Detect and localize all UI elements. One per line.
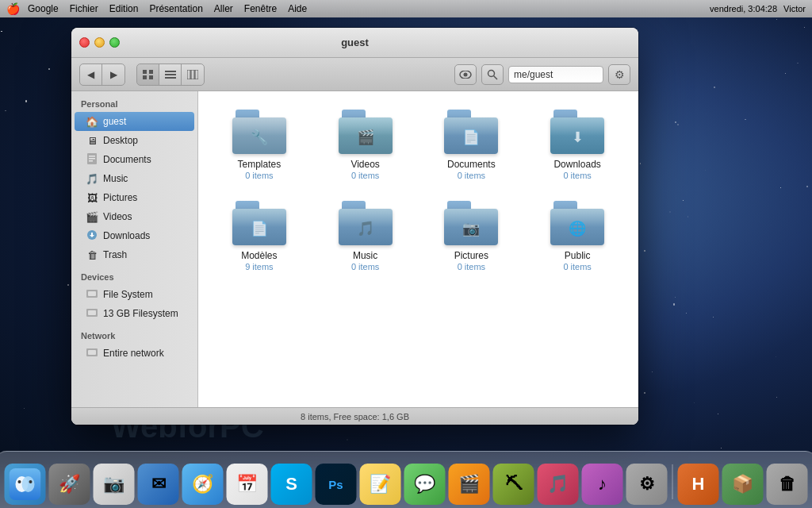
menubar-item-prsentation[interactable]: Présentation	[149, 3, 202, 14]
dock-item-messages[interactable]: 💬	[404, 464, 446, 505]
file-item-documents[interactable]: 📄Documents0 items	[423, 103, 521, 187]
sidebar-item-videos[interactable]: 🎬Videos	[71, 207, 197, 226]
icon-view-button[interactable]	[137, 64, 159, 85]
videos-count: 0 items	[351, 171, 379, 180]
svg-rect-4	[165, 71, 176, 72]
statusbar: 8 items, Free space: 1,6 GB	[71, 407, 638, 425]
sidebar-item-guest[interactable]: 🏠guest	[75, 112, 194, 131]
downloads-label: Downloads	[103, 230, 150, 241]
nav-buttons: ◀ ▶	[79, 64, 125, 86]
dock-item-calendar[interactable]: 📅	[227, 464, 268, 505]
sidebar-item-filesystem[interactable]: File System	[71, 285, 197, 304]
svg-rect-22	[88, 291, 96, 296]
sidebar-item-music[interactable]: 🎵Music	[71, 169, 197, 188]
music-name: Music	[353, 250, 377, 261]
eye-button[interactable]	[454, 64, 477, 85]
gear-button[interactable]: ⚙	[608, 64, 630, 85]
entirenetwork-icon	[86, 347, 98, 360]
filesystem13-label: 13 GB Filesystem	[103, 308, 178, 319]
svg-rect-6	[165, 77, 176, 79]
sidebar-item-pictures[interactable]: 🖼Pictures	[71, 188, 197, 207]
menubar-item-google[interactable]: Google	[28, 3, 59, 14]
pictures-name: Pictures	[454, 250, 488, 261]
public-emblem-icon: 🌐	[569, 220, 586, 237]
dock-item-finder[interactable]	[5, 464, 46, 505]
videos-label: Videos	[103, 211, 132, 222]
dock-item-png[interactable]: 📦	[722, 464, 764, 505]
music-count: 0 items	[351, 262, 379, 271]
svg-line-13	[494, 75, 498, 79]
svg-point-31	[29, 480, 33, 483]
videos-name: Videos	[350, 159, 379, 170]
svg-rect-20	[91, 233, 93, 237]
column-view-button[interactable]	[182, 64, 204, 85]
dock-item-skype[interactable]: S	[271, 464, 312, 505]
modeles-count: 9 items	[245, 262, 273, 271]
menubar-item-aide[interactable]: Aide	[288, 3, 307, 14]
sidebar-item-filesystem13[interactable]: 13 GB Filesystem	[71, 304, 197, 323]
dock-item-notes[interactable]: 📝	[360, 464, 401, 505]
dock-item-prefs[interactable]: ⚙	[626, 464, 668, 505]
dock-item-itunes[interactable]: ♪	[582, 464, 623, 505]
file-item-public[interactable]: 🌐Public0 items	[528, 194, 626, 278]
templates-count: 0 items	[245, 171, 273, 180]
search-button[interactable]	[481, 64, 504, 85]
file-item-videos[interactable]: 🎬Videos0 items	[316, 103, 415, 187]
downloads-emblem-icon: ⬇	[572, 129, 584, 146]
forward-button[interactable]: ▶	[102, 64, 124, 85]
dock-item-mail[interactable]: ✉	[138, 464, 179, 505]
dock-item-photos[interactable]: 📷	[94, 464, 135, 505]
dock-item-safari[interactable]: 🧭	[182, 464, 224, 505]
svg-point-11	[464, 72, 468, 76]
filesystem13-icon	[86, 307, 98, 321]
close-button[interactable]	[79, 37, 90, 48]
sidebar-item-documents[interactable]: Documents	[71, 150, 197, 169]
back-button[interactable]: ◀	[80, 64, 102, 85]
menubar-item-aller[interactable]: Aller	[214, 3, 233, 14]
filesystem-icon	[86, 288, 98, 302]
menubar-item-fentre[interactable]: Fenêtre	[244, 3, 277, 14]
dock: 🚀📷✉🧭📅SPs📝💬🎬⛏🎵♪⚙H📦🗑	[0, 451, 812, 508]
svg-point-29	[22, 476, 35, 492]
svg-point-30	[18, 480, 21, 483]
status-text: 8 items, Free space: 1,6 GB	[301, 412, 409, 421]
menubar-item-edition[interactable]: Edition	[109, 3, 139, 14]
sidebar-section-network: Network	[71, 323, 197, 344]
desktop-label: Desktop	[103, 135, 138, 146]
sidebar-item-entirenetwork[interactable]: Entire network	[71, 344, 197, 363]
sidebar-item-desktop[interactable]: 🖥Desktop	[71, 131, 197, 150]
file-item-music[interactable]: 🎵Music0 items	[316, 194, 415, 278]
dock-item-music[interactable]: 🎵	[538, 464, 579, 505]
path-field[interactable]: me/guest	[508, 66, 603, 83]
view-buttons	[136, 64, 205, 86]
modeles-emblem-icon: 📄	[251, 220, 268, 237]
sidebar-item-trash[interactable]: 🗑Trash	[71, 245, 197, 264]
trash-icon: 🗑	[86, 249, 98, 261]
documents-label: Documents	[103, 154, 151, 165]
dock-item-hype[interactable]: H	[678, 464, 719, 505]
pictures-emblem-icon: 📷	[462, 220, 480, 237]
apple-menu[interactable]: 🍎	[6, 2, 20, 15]
maximize-button[interactable]	[109, 37, 120, 48]
file-item-pictures[interactable]: 📷Pictures0 items	[423, 194, 521, 278]
minimize-button[interactable]	[94, 37, 105, 48]
file-item-templates[interactable]: 🔧Templates0 items	[210, 103, 308, 187]
file-item-modeles[interactable]: 📄Modèles9 items	[210, 194, 308, 278]
videos-emblem-icon: 🎬	[357, 129, 374, 146]
dock-item-vlc[interactable]: 🎬	[449, 464, 490, 505]
svg-rect-7	[187, 70, 190, 79]
dock-item-launchpad[interactable]: 🚀	[49, 464, 90, 505]
dock-item-ps[interactable]: Ps	[316, 464, 357, 505]
sidebar-section-personal: Personal	[71, 91, 197, 112]
svg-rect-0	[143, 70, 147, 74]
sidebar-item-downloads[interactable]: Downloads	[71, 226, 197, 245]
filesystem-label: File System	[103, 289, 153, 300]
dock-item-trash[interactable]: 🗑	[767, 464, 808, 505]
sidebar-section-devices: Devices	[71, 264, 197, 285]
list-view-button[interactable]	[159, 64, 182, 85]
file-item-downloads[interactable]: ⬇Downloads0 items	[528, 103, 626, 187]
videos-icon: 🎬	[86, 211, 98, 223]
dock-item-mc[interactable]: ⛏	[493, 464, 534, 505]
svg-rect-15	[89, 156, 95, 157]
menubar-item-fichier[interactable]: Fichier	[70, 3, 98, 14]
